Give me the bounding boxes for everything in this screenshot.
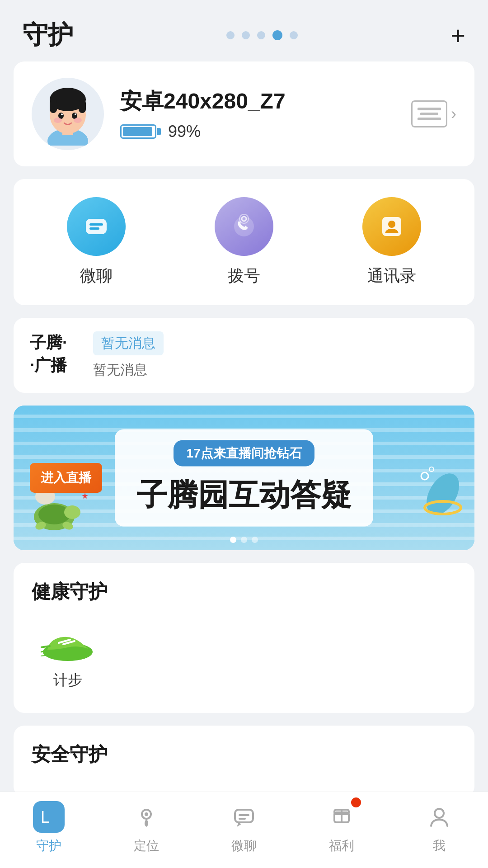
svg-rect-42 <box>239 814 249 816</box>
step-action[interactable]: 计步 <box>32 618 104 690</box>
svg-rect-4 <box>50 99 57 113</box>
battery-percentage: 99% <box>168 122 201 141</box>
chevron-right-icon: › <box>451 104 456 123</box>
svg-point-8 <box>61 113 63 115</box>
battery-icon <box>120 124 161 139</box>
svg-point-19 <box>388 221 395 228</box>
weichat-icon <box>67 197 126 256</box>
avatar <box>32 78 104 150</box>
svg-point-47 <box>435 809 444 818</box>
banner-center: 17点来直播间抢钻石 子腾园互动答疑 <box>115 429 373 527</box>
dial-label: 拨号 <box>228 265 260 287</box>
health-card: 健康守护 计步 <box>14 563 474 713</box>
svg-line-36 <box>41 651 47 652</box>
svg-point-9 <box>75 113 76 115</box>
guard-icon: L <box>33 801 65 833</box>
me-icon <box>423 801 455 833</box>
nav-welfare[interactable]: 福利 <box>305 801 378 854</box>
dial-icon <box>215 197 273 256</box>
svg-text:★: ★ <box>81 491 89 500</box>
banner-card[interactable]: 进入直播 17点来直播间抢钻石 子腾园互动答疑 <box>14 406 474 550</box>
nav-location[interactable]: 定位 <box>110 801 183 854</box>
weichat-label: 微聊 <box>80 265 113 287</box>
safety-section-title: 安全守护 <box>32 742 456 767</box>
nav-me[interactable]: 我 <box>403 801 475 854</box>
svg-rect-13 <box>89 223 103 226</box>
svg-rect-43 <box>239 818 246 820</box>
quick-actions-row: 微聊 拨号 通讯录 <box>14 179 474 305</box>
id-card-icon <box>411 100 447 127</box>
dot-3 <box>257 31 265 39</box>
svg-point-11 <box>74 118 82 123</box>
action-weichat[interactable]: 微聊 <box>67 197 126 287</box>
svg-text:L: L <box>41 808 50 826</box>
dot-2 <box>242 31 250 39</box>
profile-name: 安卓240x280_Z7 <box>120 87 395 116</box>
action-contacts[interactable]: 通讯录 <box>362 197 421 287</box>
svg-point-10 <box>54 118 62 123</box>
svg-point-15 <box>234 217 254 236</box>
broadcast-badge: 暂无消息 <box>93 331 164 355</box>
svg-point-40 <box>145 812 148 816</box>
banner-decoration-right <box>398 458 470 541</box>
quick-actions-card: 微聊 拨号 通讯录 <box>14 179 474 305</box>
step-icon <box>41 618 95 663</box>
welfare-icon <box>326 801 357 833</box>
dot-4-active <box>272 30 282 40</box>
svg-point-22 <box>64 505 80 519</box>
svg-point-29 <box>420 468 466 521</box>
location-icon <box>131 801 162 833</box>
broadcast-card: 子腾··广播 暂无消息 暂无消息 <box>14 318 474 393</box>
banner-dots <box>230 537 258 543</box>
bottom-navigation: L 守护 定位 微聊 <box>0 792 488 868</box>
add-button[interactable]: + <box>450 21 465 50</box>
profile-card: 安卓240x280_Z7 99% › <box>14 61 474 166</box>
battery-info: 99% <box>120 122 395 141</box>
banner-enter-button[interactable]: 进入直播 <box>30 463 102 493</box>
profile-detail-button[interactable]: › <box>411 100 456 127</box>
nav-chat[interactable]: 微聊 <box>208 801 280 854</box>
profile-info: 安卓240x280_Z7 99% <box>120 87 395 141</box>
svg-point-32 <box>421 472 428 480</box>
safety-card: 安全守护 <box>14 726 474 797</box>
page-indicator <box>226 30 298 40</box>
chat-icon <box>228 801 260 833</box>
nav-location-label: 定位 <box>134 837 159 854</box>
action-dial[interactable]: 拨号 <box>215 197 273 287</box>
svg-line-37 <box>41 656 45 656</box>
nav-guard[interactable]: L 守护 <box>13 801 85 854</box>
banner-subtitle: 17点来直播间抢钻石 <box>174 440 314 467</box>
broadcast-title: 子腾··广播 <box>30 331 80 377</box>
nav-chat-label: 微聊 <box>231 837 257 854</box>
dot-5 <box>290 31 298 39</box>
svg-rect-14 <box>89 227 99 230</box>
svg-point-30 <box>443 477 456 488</box>
step-label: 计步 <box>53 670 82 690</box>
contacts-icon <box>362 197 421 256</box>
app-title: 守护 <box>23 18 73 52</box>
nav-guard-label: 守护 <box>36 837 61 854</box>
svg-rect-5 <box>79 99 86 113</box>
broadcast-text: 暂无消息 <box>93 361 458 379</box>
contacts-label: 通讯录 <box>367 265 416 287</box>
svg-point-33 <box>429 467 434 472</box>
svg-rect-12 <box>86 219 107 234</box>
dot-1 <box>226 31 235 39</box>
banner-main-text: 子腾园互动答疑 <box>136 475 352 516</box>
nav-welfare-label: 福利 <box>329 837 354 854</box>
welfare-badge <box>351 797 361 807</box>
health-section-title: 健康守护 <box>32 579 456 604</box>
nav-me-label: 我 <box>433 837 446 854</box>
broadcast-content: 暂无消息 暂无消息 <box>93 331 458 379</box>
app-header: 守护 + <box>0 0 488 61</box>
